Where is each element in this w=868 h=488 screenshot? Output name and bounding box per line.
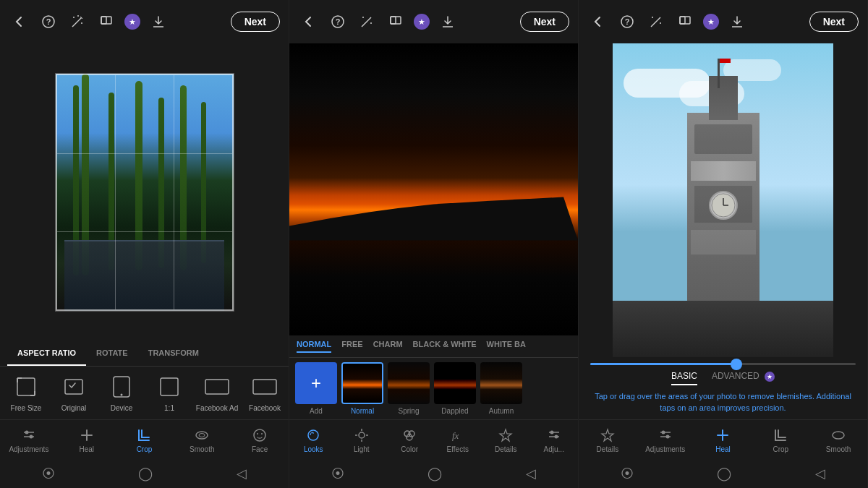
back-icon-3[interactable] — [587, 11, 609, 33]
photo-palms — [55, 73, 234, 312]
nav-effects-2[interactable]: fx Effects — [434, 424, 482, 456]
svg-rect-21 — [253, 380, 276, 394]
tab-aspect-ratio[interactable]: ASPECT RATIO — [7, 341, 86, 366]
svg-line-34 — [368, 17, 371, 20]
android-back-btn-3[interactable]: ◁ — [815, 466, 825, 481]
nav-looks-2[interactable]: Looks — [289, 424, 338, 456]
nav-crop-3[interactable]: Crop — [752, 424, 809, 456]
download-icon-3[interactable] — [726, 11, 748, 33]
nav-color-2[interactable]: Color — [386, 424, 434, 456]
looks-tab-normal[interactable]: NORMAL — [297, 340, 331, 353]
look-add[interactable]: + Add — [295, 362, 337, 415]
back-icon-2[interactable] — [298, 11, 320, 33]
aspect-facebook-ad[interactable]: Facebook Ad — [195, 374, 239, 412]
help-icon-2[interactable]: ? — [327, 11, 349, 33]
wand-icon-2[interactable] — [356, 11, 378, 33]
nav-heal-1[interactable]: Heal — [58, 424, 116, 456]
look-dappled[interactable]: Dappled — [434, 362, 476, 415]
svg-point-6 — [81, 22, 82, 24]
premium-star-icon-3[interactable]: ★ — [703, 14, 719, 30]
android-home-btn-3[interactable]: ◯ — [717, 466, 731, 481]
svg-line-33 — [362, 20, 368, 27]
layers-icon[interactable] — [95, 11, 117, 33]
nav-adjust-2[interactable]: Adju... — [530, 424, 579, 456]
nav-adjustments-1[interactable]: Adjustments — [0, 424, 58, 456]
aspect-1-1[interactable]: 1:1 — [147, 374, 192, 412]
wand-icon-3[interactable] — [645, 11, 667, 33]
svg-point-36 — [370, 22, 372, 24]
heal-tab-basic[interactable]: BASIC — [671, 371, 697, 385]
nav-crop-1[interactable]: Crop — [116, 424, 174, 456]
nav-heal-3[interactable]: Heal — [694, 424, 752, 456]
svg-point-27 — [199, 434, 205, 437]
svg-point-54 — [554, 435, 558, 439]
nav-details-2[interactable]: Details — [482, 424, 530, 456]
android-back-btn-2[interactable]: ◁ — [526, 466, 536, 481]
svg-point-35 — [362, 17, 364, 18]
nav-face-1[interactable]: Face — [231, 424, 289, 456]
next-button-1[interactable]: Next — [231, 12, 280, 32]
look-spring[interactable]: Spring — [388, 362, 430, 415]
help-icon[interactable]: ? — [38, 11, 59, 33]
svg-point-18 — [121, 394, 123, 396]
svg-point-23 — [25, 431, 28, 435]
image-area-2 — [289, 43, 578, 335]
looks-tab-free[interactable]: FREE — [341, 340, 362, 353]
svg-rect-38 — [391, 17, 396, 24]
brush-size-slider[interactable] — [579, 357, 867, 371]
bottom-nav-1: Adjustments Heal Crop — [0, 419, 289, 459]
tab-transform[interactable]: TRANSFORM — [138, 341, 209, 366]
nav-adjustments-3-label: Adjustments — [645, 445, 685, 453]
svg-text:fx: fx — [452, 430, 459, 441]
look-autumn[interactable]: Autumn — [480, 362, 522, 415]
looks-tab-whiteba[interactable]: WHITE BA — [487, 340, 526, 353]
nav-details-2-label: Details — [495, 445, 517, 453]
back-icon[interactable] — [9, 11, 30, 33]
heal-tabs: BASIC ADVANCED ★ — [579, 371, 867, 385]
nav-adjustments-3[interactable]: Adjustments — [637, 424, 694, 456]
android-menu-btn[interactable]: ⦿ — [42, 466, 55, 481]
look-normal-label: Normal — [351, 407, 374, 415]
download-icon[interactable] — [148, 11, 169, 33]
nav-details-3-label: Details — [597, 445, 619, 453]
aspect-facebook[interactable]: Facebook — [242, 374, 287, 412]
bottom-nav-2: Looks Light — [289, 419, 578, 459]
bottom-section-1: ASPECT RATIO ROTATE TRANSFORM Free Size — [0, 341, 289, 488]
tab-rotate[interactable]: ROTATE — [86, 341, 138, 366]
wand-icon[interactable] — [67, 11, 88, 33]
android-back-btn[interactable]: ◁ — [237, 466, 247, 481]
nav-face-1-label: Face — [252, 445, 268, 453]
looks-tab-charm[interactable]: CHARM — [373, 340, 403, 353]
android-menu-btn-3[interactable]: ⦿ — [621, 466, 634, 481]
nav-light-2[interactable]: Light — [338, 424, 386, 456]
look-dappled-label: Dappled — [441, 407, 468, 415]
aspect-facebook-label: Facebook — [249, 404, 281, 412]
android-home-btn[interactable]: ◯ — [138, 466, 153, 481]
nav-heal-1-label: Heal — [79, 445, 94, 453]
android-home-btn-2[interactable]: ◯ — [427, 466, 442, 481]
premium-star-icon[interactable]: ★ — [124, 14, 140, 30]
nav-smooth-3[interactable]: Smooth — [809, 424, 867, 456]
aspect-device[interactable]: Device — [99, 374, 144, 412]
nav-details-3[interactable]: Details — [579, 424, 637, 456]
heal-tab-advanced[interactable]: ADVANCED ★ — [712, 371, 775, 385]
premium-star-icon-2[interactable]: ★ — [414, 14, 430, 30]
look-normal[interactable]: Normal — [341, 362, 383, 415]
svg-point-40 — [308, 430, 318, 440]
nav-smooth-1[interactable]: Smooth — [173, 424, 231, 456]
next-button-2[interactable]: Next — [520, 12, 569, 32]
layers-icon-2[interactable] — [385, 11, 407, 33]
svg-point-59 — [652, 17, 653, 18]
svg-point-7 — [77, 15, 79, 17]
help-icon-3[interactable]: ? — [616, 11, 638, 33]
aspect-original[interactable]: Original — [51, 374, 96, 412]
svg-rect-20 — [205, 380, 229, 394]
svg-text:?: ? — [625, 17, 630, 26]
download-icon-2[interactable] — [437, 11, 459, 33]
bottom-section-3: BASIC ADVANCED ★ Tap or drag over the ar… — [579, 357, 867, 488]
android-menu-btn-2[interactable]: ⦿ — [331, 466, 344, 481]
next-button-3[interactable]: Next — [809, 12, 859, 32]
aspect-free-size[interactable]: Free Size — [4, 374, 48, 412]
looks-tab-bw[interactable]: BLACK & WHITE — [413, 340, 477, 353]
layers-icon-3[interactable] — [674, 11, 696, 33]
